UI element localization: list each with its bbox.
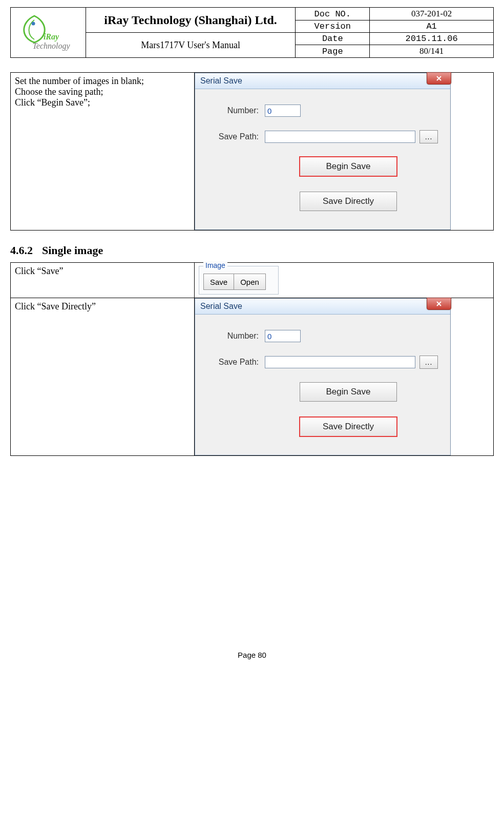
browse-button-2[interactable]: ... bbox=[419, 356, 438, 369]
dialog-title: Serial Save bbox=[200, 76, 242, 86]
groupbox-legend: Image bbox=[203, 261, 227, 269]
dialog-title-2: Serial Save bbox=[200, 302, 242, 311]
close-icon bbox=[436, 75, 442, 81]
instruction-cell-2: Click “Save” bbox=[11, 263, 195, 298]
company-logo: iRay Technology bbox=[14, 13, 77, 53]
close-button[interactable] bbox=[427, 72, 451, 85]
logo-text: iRay Technology bbox=[25, 32, 77, 51]
meta-label-docno: Doc NO. bbox=[296, 8, 370, 20]
close-icon bbox=[436, 301, 442, 307]
meta-value-date: 2015.11.06 bbox=[370, 33, 494, 45]
svg-point-0 bbox=[32, 22, 35, 25]
meta-label-version: Version bbox=[296, 20, 370, 33]
savepath-label-2: Save Path: bbox=[207, 358, 259, 367]
savepath-input[interactable] bbox=[265, 131, 415, 143]
serial-save-dialog: Serial Save Number: Save Path: bbox=[195, 73, 451, 230]
meta-label-page: Page bbox=[296, 45, 370, 58]
section-heading: 4.6.2Single image bbox=[10, 244, 494, 257]
serial-save-dialog-2: Serial Save Number: Save Path: bbox=[195, 298, 451, 455]
company-name: iRay Technology (Shanghai) Ltd. bbox=[86, 8, 296, 33]
meta-value-version: A1 bbox=[370, 20, 494, 33]
save-directly-button-2[interactable]: Save Directly bbox=[300, 417, 397, 436]
image-groupbox: Image Save Open bbox=[199, 266, 279, 295]
dialog-titlebar[interactable]: Serial Save bbox=[195, 73, 450, 89]
meta-label-date: Date bbox=[296, 33, 370, 45]
page-footer: Page 80 bbox=[10, 651, 494, 659]
instruction-table-2: Click “Save” Image Save Open Click “Save… bbox=[10, 262, 494, 456]
savepath-label: Save Path: bbox=[207, 132, 259, 141]
document-header: iRay Technology iRay Technology (Shangha… bbox=[10, 7, 494, 58]
close-button-2[interactable] bbox=[427, 298, 451, 310]
browse-button[interactable]: ... bbox=[419, 130, 438, 143]
savepath-input-2[interactable] bbox=[265, 356, 415, 368]
begin-save-button[interactable]: Begin Save bbox=[300, 157, 397, 176]
number-label-2: Number: bbox=[207, 331, 259, 341]
meta-value-page: 80/141 bbox=[370, 45, 494, 58]
meta-value-docno: 037-201-02 bbox=[370, 8, 494, 20]
dialog-titlebar-2[interactable]: Serial Save bbox=[195, 299, 450, 315]
begin-save-button-2[interactable]: Begin Save bbox=[300, 382, 397, 402]
instruction-cell-3: Click “Save Directly” bbox=[11, 298, 195, 456]
number-label: Number: bbox=[207, 106, 259, 115]
manual-title: Mars1717V User's Manual bbox=[86, 33, 296, 58]
instruction-cell-1: Set the number of images in blank; Choos… bbox=[11, 73, 195, 231]
number-input[interactable] bbox=[265, 105, 301, 117]
image-save-button[interactable]: Save bbox=[203, 274, 234, 290]
image-open-button[interactable]: Open bbox=[234, 274, 266, 290]
instruction-table-1: Set the number of images in blank; Choos… bbox=[10, 72, 494, 231]
number-input-2[interactable] bbox=[265, 330, 301, 342]
save-directly-button[interactable]: Save Directly bbox=[300, 192, 397, 211]
